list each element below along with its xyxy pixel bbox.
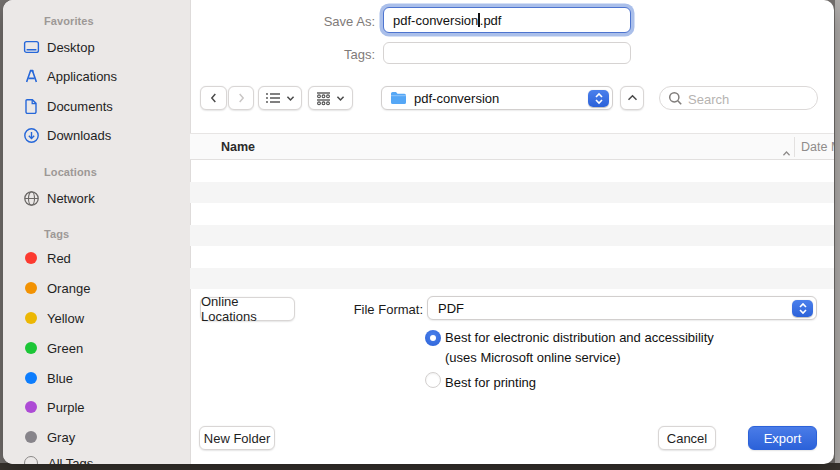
cancel-button[interactable]: Cancel — [658, 426, 716, 450]
sidebar-item-tag-purple[interactable]: Purple — [3, 396, 190, 418]
sidebar-item-label: All Tags — [48, 456, 93, 465]
network-globe-icon — [22, 189, 40, 207]
sidebar-section-favorites: Favorites — [44, 15, 94, 27]
sidebar-item-label: Blue — [47, 371, 73, 386]
back-button[interactable] — [200, 86, 227, 110]
sidebar-section-tags: Tags — [44, 228, 69, 240]
online-locations-button[interactable]: Online Locations — [200, 297, 295, 321]
search-input[interactable] — [686, 87, 818, 111]
group-view-button[interactable] — [308, 86, 353, 110]
file-format-value: PDF — [438, 301, 464, 316]
filename-value-after-caret: .pdf — [480, 13, 502, 28]
sidebar-item-label: Purple — [47, 400, 85, 415]
sidebar-item-documents[interactable]: Documents — [3, 95, 190, 117]
sidebar-item-label: Network — [47, 191, 95, 206]
filename-input[interactable]: pdf-conversion.pdf — [383, 7, 631, 33]
green-tag-icon — [25, 342, 37, 354]
chevron-down-icon — [336, 95, 345, 102]
all-tags-icon — [24, 456, 38, 464]
column-divider — [794, 137, 795, 157]
column-header-name[interactable]: Name — [221, 140, 255, 154]
folder-icon — [390, 91, 407, 105]
popup-stepper-icon — [792, 300, 813, 317]
gray-tag-icon — [25, 431, 37, 443]
blue-tag-icon — [25, 372, 37, 384]
folder-location-popup[interactable]: pdf-conversion — [381, 86, 613, 110]
yellow-tag-icon — [25, 312, 37, 324]
sidebar-item-label: Documents — [47, 99, 113, 114]
sidebar-item-tag-red[interactable]: Red — [3, 247, 190, 269]
sidebar-item-tag-gray[interactable]: Gray — [3, 426, 190, 448]
list-view-icon — [265, 91, 281, 105]
file-list-row — [190, 203, 834, 225]
sidebar-item-tag-blue[interactable]: Blue — [3, 367, 190, 389]
sidebar-item-label: Applications — [47, 69, 117, 84]
file-format-popup[interactable]: PDF — [427, 296, 817, 320]
sidebar-section-locations: Locations — [44, 166, 97, 178]
popup-stepper-icon — [588, 90, 609, 107]
chevron-up-icon — [627, 94, 638, 102]
sidebar: Favorites Desktop Applications Documents… — [3, 0, 191, 464]
search-icon — [668, 91, 683, 110]
chevron-right-icon — [234, 91, 248, 105]
export-button[interactable]: Export — [748, 426, 817, 450]
file-list-row — [190, 246, 834, 268]
chevron-left-icon — [207, 91, 221, 105]
sidebar-item-desktop[interactable]: Desktop — [3, 36, 190, 58]
sidebar-item-network[interactable]: Network — [3, 187, 190, 209]
file-list-row — [190, 160, 834, 182]
radio-label-line1: Best for electronic distribution and acc… — [445, 328, 775, 348]
list-view-button[interactable] — [258, 86, 302, 110]
radio-best-electronic[interactable] — [425, 330, 441, 346]
desktop-icon — [22, 38, 40, 56]
background-window-right — [835, 0, 840, 470]
sidebar-item-downloads[interactable]: Downloads — [3, 124, 190, 146]
sidebar-item-label: Desktop — [47, 40, 95, 55]
sidebar-item-label: Red — [47, 251, 71, 266]
sidebar-item-tag-green[interactable]: Green — [3, 337, 190, 359]
sidebar-item-label: Green — [47, 341, 83, 356]
tags-input[interactable] — [383, 42, 631, 64]
sort-ascending-icon — [782, 143, 791, 161]
collapse-expand-button[interactable] — [620, 86, 644, 110]
new-folder-button[interactable]: New Folder — [199, 426, 275, 450]
sidebar-item-all-tags[interactable]: All Tags — [3, 452, 190, 464]
background-window-bottom — [0, 463, 840, 470]
sidebar-item-label: Downloads — [47, 128, 111, 143]
file-list-row — [190, 225, 834, 247]
sidebar-item-label: Orange — [47, 281, 90, 296]
search-field[interactable] — [659, 86, 818, 110]
file-list — [190, 160, 834, 289]
save-as-label: Save As: — [283, 14, 375, 29]
orange-tag-icon — [25, 282, 37, 294]
sidebar-item-tag-yellow[interactable]: Yellow — [3, 307, 190, 329]
sidebar-item-label: Gray — [47, 430, 75, 445]
column-header-date-modified[interactable]: Date Modified — [801, 140, 834, 154]
sidebar-item-label: Yellow — [47, 311, 84, 326]
tags-label: Tags: — [283, 47, 375, 62]
sidebar-item-applications[interactable]: Applications — [3, 65, 190, 87]
red-tag-icon — [25, 252, 37, 264]
radio-best-printing-label[interactable]: Best for printing — [445, 373, 536, 393]
forward-button[interactable] — [228, 86, 254, 110]
radio-best-electronic-label[interactable]: Best for electronic distribution and acc… — [445, 328, 775, 368]
folder-popup-value: pdf-conversion — [414, 91, 499, 106]
document-icon — [22, 97, 40, 115]
downloads-icon — [22, 126, 40, 144]
file-list-row — [190, 182, 834, 204]
filename-value-before-caret: pdf-conversion — [393, 13, 478, 28]
radio-label-line2: (uses Microsoft online service) — [445, 348, 775, 368]
purple-tag-icon — [25, 401, 37, 413]
file-format-label: File Format: — [333, 302, 423, 317]
file-list-row — [190, 268, 834, 290]
chevron-down-icon — [286, 95, 295, 102]
group-view-icon — [316, 91, 331, 106]
applications-icon — [22, 67, 40, 85]
radio-best-printing[interactable] — [425, 372, 441, 388]
save-export-dialog: Favorites Desktop Applications Documents… — [3, 0, 834, 464]
file-list-header: Name Date Modified — [190, 133, 834, 160]
sidebar-item-tag-orange[interactable]: Orange — [3, 277, 190, 299]
